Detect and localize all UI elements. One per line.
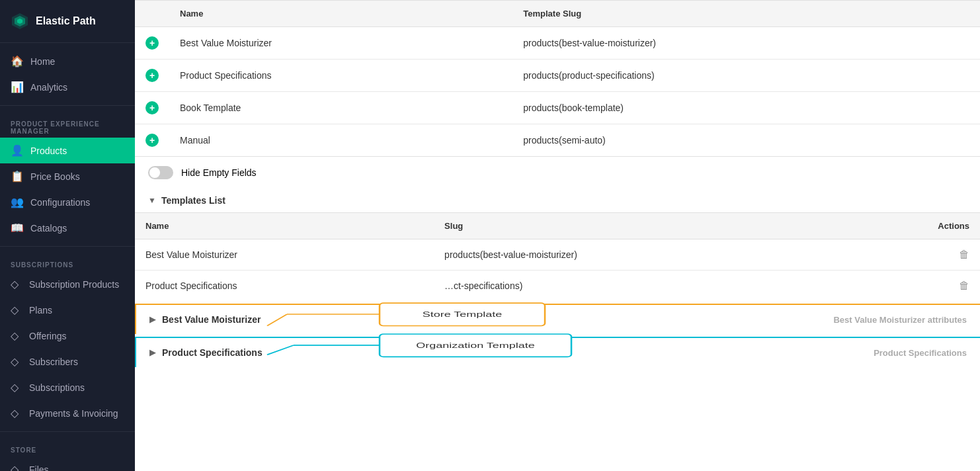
- templates-list-chevron: ▼: [148, 196, 156, 205]
- sidebar-divider-2: [0, 246, 135, 247]
- sidebar-divider-1: [0, 105, 135, 106]
- upper-table-container: Name Template Slug + Best Value Moisturi…: [135, 0, 980, 157]
- hide-empty-fields-toggle[interactable]: [148, 166, 173, 179]
- files-icon: ◇: [11, 463, 22, 471]
- subscription-products-icon: ◇: [11, 278, 22, 290]
- add-row-icon[interactable]: +: [145, 101, 159, 114]
- sidebar-item-configurations[interactable]: 👥 Configurations: [0, 189, 135, 215]
- delete-row-icon[interactable]: 🗑: [959, 280, 969, 291]
- bottom-expandable-section: ▶ Best Value Moisturizer Best Value Mois…: [135, 301, 980, 367]
- add-row-icon[interactable]: +: [145, 69, 159, 82]
- sidebar: Elastic Path 🏠 Home 📊 Analytics PRODUCT …: [0, 0, 135, 471]
- expand-row-attr-best-value: Best Value Moisturizer attributes: [833, 315, 967, 325]
- upper-table: Name Template Slug + Best Value Moisturi…: [135, 1, 980, 156]
- col-header-action: [135, 1, 169, 27]
- logo-text: Elastic Path: [36, 15, 96, 27]
- sidebar-item-subscriptions-label: Subscriptions: [29, 382, 85, 393]
- sidebar-item-subscription-products[interactable]: ◇ Subscription Products: [0, 271, 135, 297]
- table-row: + Best Value Moisturizer products(best-v…: [135, 27, 980, 60]
- row-action-cell[interactable]: +: [135, 92, 169, 124]
- subscribers-icon: ◇: [11, 355, 22, 368]
- row-name-cell: Product Specifications: [169, 60, 512, 92]
- add-row-icon[interactable]: +: [145, 36, 159, 50]
- sidebar-item-products[interactable]: 👤 Products: [0, 138, 135, 163]
- sidebar-item-files[interactable]: ◇ Files: [0, 456, 135, 471]
- template-table-row: Product Specifications …ct-specification…: [135, 271, 980, 302]
- col-header-template-actions: Actions: [840, 213, 980, 239]
- sidebar-item-price-books-label: Price Books: [30, 171, 80, 182]
- sidebar-section-store: STORE: [0, 437, 135, 456]
- templates-table: Name Slug Actions Best Value Moisturizer…: [135, 213, 980, 301]
- hide-empty-fields-label: Hide Empty Fields: [181, 167, 257, 178]
- templates-table-container: Name Slug Actions Best Value Moisturizer…: [135, 212, 980, 301]
- sidebar-navigation: 🏠 Home 📊 Analytics PRODUCT EXPERIENCE MA…: [0, 43, 135, 471]
- row-slug-cell: products(book-template): [512, 92, 980, 124]
- sidebar-item-payments[interactable]: ◇ Payments & Invoicing: [0, 400, 135, 426]
- payments-icon: ◇: [11, 407, 22, 419]
- col-header-name: Name: [169, 1, 512, 27]
- home-icon: 🏠: [11, 55, 24, 67]
- row-slug-cell: products(best-value-moisturizer): [512, 27, 980, 60]
- col-header-template-slug: Slug: [434, 213, 840, 239]
- table-row: + Product Specifications products(produc…: [135, 60, 980, 92]
- sidebar-item-plans[interactable]: ◇ Plans: [0, 297, 135, 323]
- sidebar-divider-3: [0, 431, 135, 432]
- sidebar-item-price-books[interactable]: 📋 Price Books: [0, 163, 135, 189]
- sidebar-section-pem: PRODUCT EXPERIENCE MANAGER: [0, 111, 135, 138]
- plans-icon: ◇: [11, 304, 22, 316]
- sidebar-item-catalogs[interactable]: 📖 Catalogs: [0, 215, 135, 241]
- expand-chevron-best-value: ▶: [149, 315, 155, 324]
- expand-chevron-product-specs: ▶: [149, 348, 155, 357]
- logo-area: Elastic Path: [0, 0, 135, 43]
- template-slug-cell: products(best-value-moisturizer): [434, 239, 840, 271]
- elastic-path-logo-icon: [11, 12, 29, 30]
- sidebar-item-home[interactable]: 🏠 Home: [0, 48, 135, 74]
- sidebar-item-offerings[interactable]: ◇ Offerings: [0, 323, 135, 349]
- expand-row-left: ▶ Best Value Moisturizer: [149, 314, 261, 325]
- hide-empty-fields-row: Hide Empty Fields: [135, 157, 980, 189]
- sidebar-item-subscriptions[interactable]: ◇ Subscriptions: [0, 374, 135, 400]
- templates-list-section-header[interactable]: ▼ Templates List: [135, 189, 980, 212]
- expand-row-label-product-specs: Product Specifications: [162, 347, 263, 358]
- table-row: + Manual products(semi-auto): [135, 124, 980, 157]
- expand-row-best-value[interactable]: ▶ Best Value Moisturizer Best Value Mois…: [135, 304, 980, 334]
- expand-row-product-specs[interactable]: ▶ Product Specifications Product Specifi…: [135, 337, 980, 367]
- template-actions-cell: 🗑: [840, 239, 980, 271]
- sidebar-item-subscribers-label: Subscribers: [29, 357, 78, 367]
- sidebar-item-analytics-label: Analytics: [30, 82, 67, 93]
- sidebar-item-catalogs-label: Catalogs: [30, 223, 67, 234]
- col-header-template-name: Name: [135, 213, 434, 239]
- sidebar-section-subscriptions: SUBSCRIPTIONS: [0, 252, 135, 271]
- row-name-cell: Best Value Moisturizer: [169, 27, 512, 60]
- row-action-cell[interactable]: +: [135, 60, 169, 92]
- expand-row-attr-product-specs: Product Specifications: [874, 348, 967, 358]
- row-name-cell: Book Template: [169, 92, 512, 124]
- expand-row-left-specs: ▶ Product Specifications: [149, 347, 263, 358]
- template-name-cell: Product Specifications: [135, 271, 434, 302]
- expand-row-inner-best-value: ▶ Best Value Moisturizer Best Value Mois…: [149, 314, 967, 325]
- sidebar-item-files-label: Files: [29, 464, 49, 472]
- template-slug-partial: …ct-specifications): [444, 280, 522, 291]
- sidebar-item-products-label: Products: [30, 146, 67, 156]
- sidebar-item-subscribers[interactable]: ◇ Subscribers: [0, 349, 135, 374]
- row-slug-cell: products(product-specifications): [512, 60, 980, 92]
- add-row-icon[interactable]: +: [145, 134, 159, 147]
- templates-list-title: Templates List: [161, 195, 225, 206]
- row-action-cell[interactable]: +: [135, 27, 169, 60]
- row-name-cell: Manual: [169, 124, 512, 157]
- sidebar-item-plans-label: Plans: [29, 305, 52, 316]
- delete-row-icon[interactable]: 🗑: [959, 249, 969, 260]
- price-books-icon: 📋: [11, 170, 24, 183]
- template-slug-cell: …ct-specifications): [434, 271, 840, 302]
- sidebar-item-payments-label: Payments & Invoicing: [29, 408, 118, 419]
- sidebar-item-configurations-label: Configurations: [30, 197, 90, 208]
- sidebar-item-subscription-products-label: Subscription Products: [29, 279, 119, 290]
- row-slug-cell: products(semi-auto): [512, 124, 980, 157]
- sidebar-item-offerings-label: Offerings: [29, 331, 67, 341]
- sidebar-item-analytics[interactable]: 📊 Analytics: [0, 74, 135, 100]
- row-action-cell[interactable]: +: [135, 124, 169, 157]
- analytics-icon: 📊: [11, 81, 24, 93]
- template-name-cell: Best Value Moisturizer: [135, 239, 434, 271]
- catalogs-icon: 📖: [11, 222, 24, 234]
- configurations-icon: 👥: [11, 196, 24, 208]
